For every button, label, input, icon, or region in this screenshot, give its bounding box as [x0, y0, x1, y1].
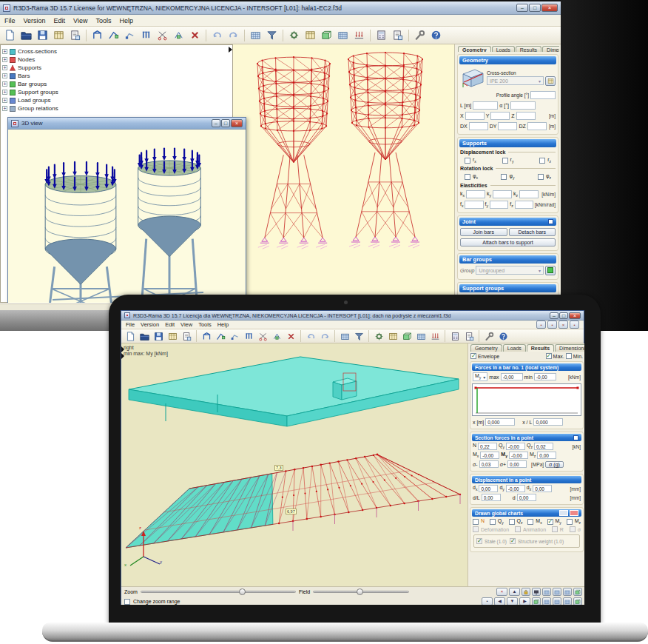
- filter-icon[interactable]: [352, 330, 365, 342]
- force-component-select[interactable]: My▾: [473, 372, 487, 381]
- z-field[interactable]: [516, 112, 536, 120]
- bar-group-dropdown[interactable]: Ungrouped▾: [476, 266, 544, 275]
- section-manager-icon[interactable]: [303, 28, 318, 42]
- lock-view-button[interactable]: [522, 588, 530, 596]
- pan-left-button[interactable]: ◀: [494, 597, 505, 605]
- animation-checkbox[interactable]: [515, 526, 521, 532]
- rx-checkbox[interactable]: [465, 158, 470, 164]
- minimize-button[interactable]: –: [516, 4, 528, 12]
- join-bars-button[interactable]: Join bars: [460, 228, 507, 236]
- draw-frame-icon[interactable]: [200, 330, 213, 342]
- child-title-bar[interactable]: 3D view – □ ×: [8, 118, 246, 130]
- my-field[interactable]: [509, 452, 528, 459]
- tab-results[interactable]: Results: [527, 344, 554, 352]
- max-value-field[interactable]: [501, 373, 523, 380]
- help-icon[interactable]: [428, 28, 444, 42]
- menu-file[interactable]: File: [4, 17, 16, 24]
- dx-field[interactable]: [469, 122, 488, 130]
- phix-checkbox[interactable]: [465, 174, 470, 180]
- insert-node-icon[interactable]: [171, 28, 186, 42]
- view-3d-icon[interactable]: [400, 330, 414, 342]
- section-browse-button[interactable]: [545, 76, 556, 86]
- envelope-checkbox[interactable]: [470, 353, 476, 359]
- sigma-g-button[interactable]: σ (g): [545, 461, 564, 468]
- cross-section-dropdown[interactable]: IPE 200▾: [487, 76, 544, 85]
- tree-item-bar-groups[interactable]: +Bar groups: [2, 80, 231, 88]
- section-table-icon[interactable]: [166, 330, 179, 342]
- view-preset-button-2[interactable]: [553, 588, 561, 596]
- help-icon[interactable]: [496, 330, 510, 342]
- dx-field[interactable]: [479, 485, 498, 492]
- draw-frame-icon[interactable]: [90, 28, 105, 42]
- x-m-field[interactable]: [485, 418, 515, 426]
- menu-tools[interactable]: Tools: [198, 321, 212, 328]
- structure-weight-checkbox[interactable]: [510, 538, 516, 544]
- save-icon[interactable]: [152, 330, 165, 342]
- dz-field[interactable]: [533, 485, 552, 492]
- menu-help[interactable]: Help: [119, 17, 133, 24]
- undo-icon[interactable]: [209, 28, 225, 42]
- laptop-title-bar[interactable]: R3D3-Rama 3D 15.7 Licencja dla WEWNĘTRZN…: [121, 311, 584, 321]
- r-checkbox[interactable]: [552, 526, 558, 532]
- panel-toggle-button-2[interactable]: •: [547, 321, 557, 329]
- snap-grid-icon[interactable]: [338, 330, 351, 342]
- field-slider-thumb[interactable]: [357, 588, 363, 595]
- expander-icon[interactable]: +: [2, 65, 7, 70]
- tab-dimensioning[interactable]: Dimensioning: [555, 344, 584, 352]
- deformation-checkbox[interactable]: [473, 526, 479, 532]
- section-forces-header-button[interactable]: [573, 435, 578, 440]
- d-over-l-field[interactable]: [482, 494, 501, 501]
- view-preset-button-3[interactable]: [563, 588, 572, 596]
- qz-field[interactable]: [534, 443, 553, 450]
- expander-icon[interactable]: +: [2, 98, 7, 103]
- tree-item-nodes[interactable]: +Nodes: [2, 56, 231, 64]
- menu-view[interactable]: View: [73, 17, 87, 24]
- tree-item-supports[interactable]: +Supports: [2, 64, 231, 72]
- change-zoom-range-checkbox[interactable]: [124, 599, 130, 605]
- menu-version[interactable]: Version: [24, 17, 46, 24]
- move-copy-icon[interactable]: [228, 330, 241, 342]
- tree-item-support-groups[interactable]: +Support groups: [2, 88, 231, 96]
- menu-edit[interactable]: Edit: [165, 321, 175, 328]
- chart-mx-checkbox[interactable]: [527, 519, 533, 525]
- dy-field[interactable]: [506, 485, 525, 492]
- print-icon[interactable]: [180, 330, 193, 342]
- detach-bars-button[interactable]: Detach bars: [509, 228, 556, 236]
- delete-icon[interactable]: [187, 28, 203, 42]
- close-button[interactable]: ×: [569, 312, 581, 319]
- expander-icon[interactable]: +: [2, 81, 7, 87]
- fy-field[interactable]: [490, 201, 508, 209]
- chart-my-checkbox[interactable]: [547, 519, 553, 525]
- top-view-button[interactable]: [563, 597, 572, 605]
- wrench-tools-icon[interactable]: [412, 28, 428, 42]
- n-field[interactable]: [478, 443, 497, 450]
- center-view-button[interactable]: •: [482, 597, 493, 605]
- view-3d-child-window[interactable]: 3D view – □ ×: [7, 117, 246, 310]
- chart-qy-checkbox[interactable]: [490, 519, 496, 525]
- front-view-button[interactable]: [542, 597, 551, 605]
- menu-version[interactable]: Version: [141, 321, 159, 328]
- expander-icon[interactable]: +: [2, 106, 7, 111]
- y-field[interactable]: [490, 112, 510, 120]
- tree-item-load-groups[interactable]: +Load groups: [2, 96, 231, 104]
- section-manager-icon[interactable]: [386, 330, 399, 342]
- wrench-tools-icon[interactable]: [482, 330, 496, 342]
- undo-icon[interactable]: [304, 330, 317, 342]
- kz-field[interactable]: [519, 190, 539, 198]
- new-file-icon[interactable]: [2, 28, 18, 42]
- dy-field[interactable]: [498, 122, 517, 130]
- expander-icon[interactable]: +: [2, 49, 7, 54]
- expander-icon[interactable]: +: [2, 90, 7, 95]
- child-minimize-button[interactable]: –: [212, 119, 220, 127]
- report-icon[interactable]: [390, 28, 405, 42]
- view-3d-icon[interactable]: [319, 28, 334, 42]
- chart-style-button-1[interactable]: [559, 510, 568, 516]
- panel-toggle-button-1[interactable]: •: [536, 321, 546, 329]
- axo-view-button[interactable]: [532, 597, 541, 605]
- tree-collapse-arrow[interactable]: [229, 47, 232, 53]
- ky-field[interactable]: [493, 190, 512, 198]
- generator-icon[interactable]: [138, 28, 154, 42]
- zoom-slider-thumb[interactable]: [239, 588, 246, 595]
- tab-geometry[interactable]: Geometry: [470, 344, 502, 352]
- project-settings-icon[interactable]: [286, 28, 302, 42]
